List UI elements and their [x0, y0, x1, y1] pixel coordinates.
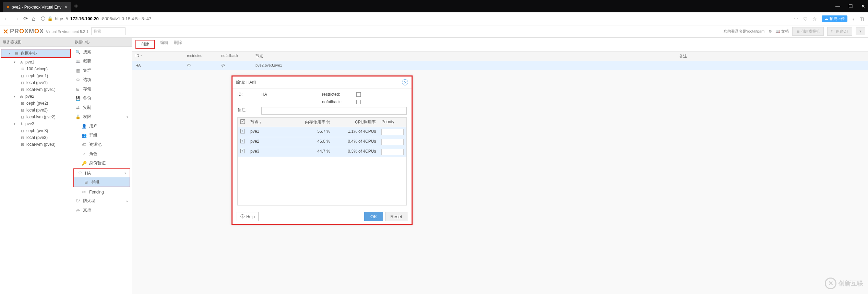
tree-node-pve1[interactable]: ▾🖧pve1: [0, 59, 72, 66]
users-icon: 👥: [82, 133, 86, 138]
tree-storage[interactable]: ⊟ceph (pve2): [0, 100, 72, 107]
help-button[interactable]: ⓘHelp: [237, 212, 259, 221]
new-tab-button[interactable]: +: [74, 2, 78, 10]
header-search[interactable]: 搜索: [91, 27, 126, 35]
col-node[interactable]: 节点↑: [248, 118, 290, 127]
nav-permissions[interactable]: 🔓权限▾: [72, 112, 132, 121]
docs-button[interactable]: 📖 文档: [775, 29, 789, 34]
info-icon[interactable]: ⓘ: [41, 16, 45, 22]
delete-button[interactable]: 删除: [174, 40, 182, 49]
grid-row[interactable]: pve2 46.0 % 0.4% of 4CPUs: [238, 137, 406, 147]
tree-storage[interactable]: ⊟ceph (pve3): [0, 127, 72, 134]
gear-icon[interactable]: ⚙: [769, 29, 772, 34]
collapse-icon[interactable]: ▾: [14, 122, 17, 126]
priority-input[interactable]: [381, 139, 404, 145]
bookmark-icon[interactable]: ☆: [812, 16, 817, 22]
tree-datacenter[interactable]: ▾ ▤ 数据中心: [1, 49, 70, 57]
col-cpu[interactable]: CPU利用率: [333, 118, 379, 127]
back-icon[interactable]: ←: [4, 16, 10, 22]
create-button[interactable]: 创建: [135, 40, 155, 49]
col-mem[interactable]: 内存使用率 %: [290, 118, 333, 127]
chevron-down-icon[interactable]: ▾: [127, 115, 128, 119]
nav-auth[interactable]: 🔑身份验证: [72, 158, 132, 168]
col-restricted[interactable]: restricted: [183, 51, 218, 61]
close-icon[interactable]: ✕: [64, 5, 68, 10]
priority-input[interactable]: [381, 129, 404, 135]
tree-vm[interactable]: 🖥100 (winxp): [0, 66, 72, 72]
nav-ha-groups[interactable]: ⊞群组: [74, 177, 130, 187]
table-row[interactable]: HA 否 否 pve2,pve3,pve1: [132, 61, 868, 70]
comment-input[interactable]: [261, 107, 407, 115]
nav-groups[interactable]: 👥群组: [72, 131, 132, 140]
grid-row[interactable]: pve3 44.7 % 0.3% of 4CPUs: [238, 147, 406, 157]
proxmox-logo[interactable]: ✕ PROXMOX: [3, 27, 44, 36]
minimize-icon[interactable]: —: [835, 3, 840, 9]
grid-row[interactable]: pve1 56.7 % 1.1% of 4CPUs: [238, 127, 406, 137]
row-checkbox[interactable]: [240, 149, 245, 153]
tree-node-pve3[interactable]: ▾🖧pve3: [0, 120, 72, 127]
chevron-right-icon[interactable]: ▸: [127, 199, 128, 203]
reload-icon[interactable]: ⟳: [23, 15, 28, 22]
nav-storage[interactable]: ⊟存储: [72, 84, 132, 94]
create-vm-button[interactable]: 🖥创建虚拟机: [792, 27, 824, 36]
nav-firewall[interactable]: 🛡防火墙▸: [72, 196, 132, 205]
sidebar-icon[interactable]: ◫: [859, 16, 864, 22]
nav-support[interactable]: ◎支持: [72, 205, 132, 215]
close-icon[interactable]: ✕: [402, 79, 408, 85]
nav-pools[interactable]: 🏷资源池: [72, 140, 132, 149]
tree-storage[interactable]: ⊟local (pve2): [0, 107, 72, 114]
forward-icon[interactable]: →: [14, 16, 19, 22]
col-priority[interactable]: Priority: [379, 118, 406, 127]
collapse-icon[interactable]: ▾: [9, 52, 12, 55]
nav-search[interactable]: 🔍搜索: [72, 47, 132, 57]
tree-node-pve2[interactable]: ▾🖧pve2: [0, 93, 72, 100]
col-nodes[interactable]: 节点: [252, 51, 676, 61]
shield-icon[interactable]: ♡: [803, 16, 808, 22]
col-nofailback[interactable]: nofailback: [218, 51, 252, 61]
collapse-icon[interactable]: ▾: [14, 60, 17, 64]
home-icon[interactable]: ⌂: [32, 16, 35, 22]
nav-summary[interactable]: 📖概要: [72, 57, 132, 66]
nav-options[interactable]: ⚙选项: [72, 75, 132, 84]
restricted-checkbox[interactable]: [356, 92, 361, 97]
tree-storage[interactable]: ⊟local-lvm (pve1): [0, 86, 72, 93]
tree-storage[interactable]: ⊟ceph (pve1): [0, 72, 72, 79]
nav-roles[interactable]: ♂角色: [72, 149, 132, 158]
maximize-icon[interactable]: ☐: [848, 3, 853, 9]
ok-button[interactable]: OK: [364, 212, 383, 221]
tree-panel-title: 服务器视图: [0, 38, 72, 47]
reset-button[interactable]: Reset: [385, 212, 407, 221]
col-id[interactable]: ID ↑: [132, 51, 183, 61]
extension-badge[interactable]: ☁拍照上传: [822, 15, 847, 22]
nav-ha[interactable]: ♡HA▾: [74, 169, 130, 177]
tree-storage[interactable]: ⊟local (pve1): [0, 79, 72, 86]
create-ct-button[interactable]: ⬚创建CT: [827, 27, 852, 36]
row-checkbox[interactable]: [240, 129, 245, 133]
tree-storage[interactable]: ⊟local (pve3): [0, 134, 72, 141]
nav-replication[interactable]: ⇄复制: [72, 103, 132, 112]
window-close-icon[interactable]: ✕: [861, 3, 865, 9]
chevron-down-icon[interactable]: ▾: [124, 172, 126, 175]
select-all-checkbox[interactable]: [240, 119, 245, 124]
edit-button[interactable]: 编辑: [160, 40, 168, 49]
priority-input[interactable]: [381, 149, 404, 155]
user-menu-button[interactable]: ▾: [856, 27, 865, 35]
disk-icon: ⊟: [75, 87, 80, 92]
nav-fencing[interactable]: ✂Fencing: [72, 188, 132, 196]
nav-users[interactable]: 👤用户: [72, 121, 132, 131]
tree-storage[interactable]: ⊟local-lvm (pve3): [0, 141, 72, 148]
nofailback-checkbox[interactable]: [356, 100, 361, 104]
browser-tab[interactable]: ✕ pve2 - Proxmox Virtual Envi ✕: [3, 2, 71, 12]
dialog-titlebar[interactable]: 编辑: HA组 ✕: [233, 77, 412, 89]
server-icon: 🖧: [19, 60, 24, 64]
row-checkbox[interactable]: [240, 139, 245, 143]
nav-cluster[interactable]: ▦集群: [72, 66, 132, 75]
dots-icon[interactable]: ⋯: [794, 16, 798, 22]
library-icon[interactable]: ⫞: [852, 16, 855, 22]
url-input[interactable]: ⓘ 🔒 https://172.16.100.20:8006/#v1:0:18:…: [39, 14, 789, 23]
nav-backup[interactable]: 💾备份: [72, 94, 132, 103]
collapse-icon[interactable]: ▾: [14, 95, 17, 98]
monitor-icon: 🖥: [796, 30, 800, 34]
col-comment[interactable]: 备注: [676, 51, 868, 61]
tree-storage[interactable]: ⊟local-lvm (pve2): [0, 114, 72, 120]
